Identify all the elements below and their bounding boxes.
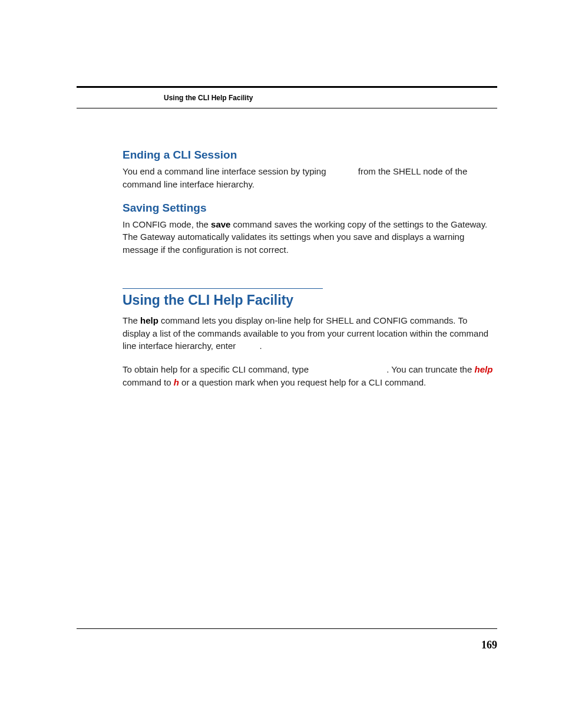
text-run: or a question mark when you request help…: [179, 377, 426, 387]
text-run: . You can truncate the: [386, 364, 474, 374]
text-run: command lets you display on-line help fo…: [123, 315, 488, 351]
help-facility-paragraph-2: To obtain help for a specific CLI comman…: [123, 363, 497, 389]
text-run: To obtain help for a specific CLI comman…: [123, 364, 311, 374]
ending-cli-session-paragraph: You end a command line interface session…: [123, 165, 497, 191]
help-facility-paragraph-1: The help command lets you display on-lin…: [123, 314, 497, 353]
saving-settings-heading: Saving Settings: [123, 202, 497, 215]
text-run: command to: [123, 377, 174, 387]
ending-cli-session-heading: Ending a CLI Session: [123, 149, 497, 162]
saving-settings-paragraph: In CONFIG mode, the save command saves t…: [123, 218, 497, 256]
text-run: The: [123, 315, 140, 325]
content-area: Ending a CLI Session You end a command l…: [123, 108, 497, 389]
section-divider: [123, 288, 323, 289]
text-run: You end a command line interface session…: [123, 166, 329, 176]
footer-rule: [77, 628, 497, 629]
text-run: In CONFIG mode, the: [123, 219, 211, 229]
using-cli-help-heading: Using the CLI Help Facility: [123, 292, 497, 308]
save-keyword: save: [211, 219, 230, 229]
running-header: Using the CLI Help Facility: [164, 94, 497, 102]
top-thick-rule: [77, 86, 497, 88]
page-number: 169: [481, 639, 497, 651]
help-keyword: help: [140, 315, 158, 325]
h-red-keyword: h: [174, 377, 179, 387]
help-red-keyword: help: [474, 364, 492, 374]
text-run: .: [260, 341, 262, 351]
page: Using the CLI Help Facility Ending a CLI…: [0, 0, 562, 728]
